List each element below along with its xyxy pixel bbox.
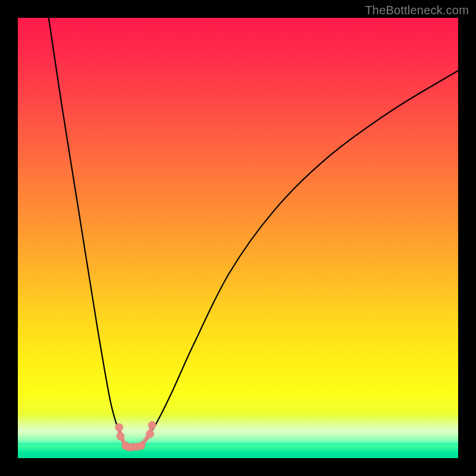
watermark-text: TheBottleneck.com (365, 4, 469, 17)
svg-point-9 (117, 433, 124, 440)
salmon-marker-cluster (115, 421, 156, 451)
svg-point-14 (137, 442, 145, 450)
svg-point-8 (115, 424, 123, 431)
svg-point-16 (148, 421, 156, 429)
curve-svg (18, 18, 458, 458)
bottleneck-curve (49, 18, 458, 449)
plot-area (18, 18, 458, 458)
outer-frame: TheBottleneck.com (0, 0, 476, 476)
svg-point-15 (146, 430, 154, 438)
